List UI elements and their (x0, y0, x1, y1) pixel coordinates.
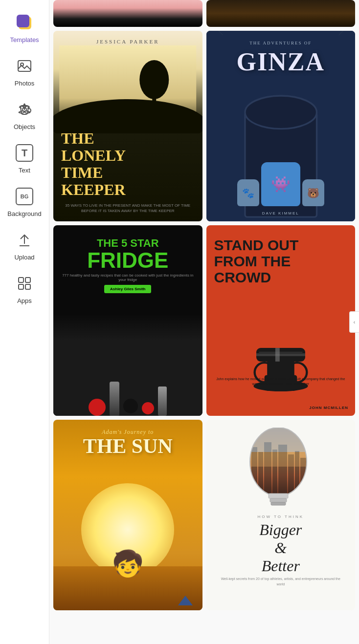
fridge-author-btn: Ashley Giles Smith (104, 285, 151, 293)
fridge-title-big: FRIDGE (87, 250, 168, 271)
sidebar-item-templates[interactable]: Templates (0, 5, 49, 48)
objects-icon (14, 99, 35, 120)
bulb-area (242, 428, 320, 511)
sidebar-label-apps: Apps (17, 297, 32, 304)
template-card-lonely[interactable]: JESSICA PARKER (53, 31, 202, 221)
svg-rect-26 (267, 359, 294, 378)
sidebar-item-upload[interactable]: Upload (0, 222, 49, 266)
svg-point-16 (139, 60, 169, 99)
template-card-fridge[interactable]: THE 5 STAR FRIDGE 777 healthy and tasty … (53, 225, 202, 416)
food-tomato-1 (89, 399, 106, 416)
lonely-card-bg: JESSICA PARKER (53, 31, 202, 221)
sidebar-label-templates: Templates (10, 36, 39, 43)
template-card-standout[interactable]: STAND OUTFROM THECROWD (206, 225, 356, 416)
lonely-title: THELONELYTIMEKEEPER (61, 130, 195, 199)
lonely-author: JESSICA PARKER (53, 39, 202, 44)
sidebar-item-text[interactable]: T Text (0, 135, 49, 179)
standout-tagline: John explains how he moved out from a cr… (213, 377, 349, 386)
sidebar-label-background: Background (7, 210, 41, 217)
sidebar-item-apps[interactable]: Apps (0, 266, 49, 309)
template-card-ginza[interactable]: THE ADVENTURES OF GINZA 🐾 👾 🐻 DAVE KIMME… (206, 31, 356, 221)
svg-rect-46 (242, 452, 315, 467)
svg-rect-10 (25, 278, 30, 282)
svg-rect-9 (19, 278, 23, 282)
template-grid: JESSICA PARKER (53, 31, 355, 610)
food-bottle (110, 382, 119, 416)
monster-main: 👾 (261, 162, 300, 206)
ginza-card-bg: THE ADVENTURES OF GINZA 🐾 👾 🐻 DAVE KIMME… (206, 31, 356, 221)
background-icon: BG (14, 186, 35, 207)
standout-author: JOHN MCMILLEN (309, 406, 348, 410)
bigger-how-to-think: HOW TO THINK (257, 515, 304, 519)
ginza-author: DAVE KIMMEL (262, 211, 299, 215)
svg-rect-18 (122, 113, 124, 118)
svg-rect-0 (18, 61, 31, 71)
ginza-label: THE ADVENTURES OF (249, 41, 312, 45)
sidebar-item-objects[interactable]: Objects (0, 92, 49, 135)
svg-rect-49 (270, 498, 287, 502)
apps-icon (14, 273, 35, 294)
standout-title: STAND OUTFROM THECROWD (214, 237, 348, 285)
fridge-subtitle: 777 healthy and tasty recipes that can b… (61, 273, 195, 282)
top-partial-row (53, 0, 355, 27)
child-figure: 🧒 (112, 551, 144, 576)
bigger-subtitle: Well-kept secrets from 20 of top athlete… (214, 577, 348, 587)
fridge-card-bg: THE 5 STAR FRIDGE 777 healthy and tasty … (53, 225, 202, 416)
svg-marker-33 (178, 596, 193, 605)
monster-left: 🐾 (237, 179, 259, 206)
main-content[interactable]: JESSICA PARKER (49, 0, 359, 644)
partial-card-right[interactable] (206, 0, 356, 27)
sidebar: Templates Photos (0, 0, 49, 644)
sidebar-item-photos[interactable]: Photos (0, 48, 49, 92)
sidebar-label-objects: Objects (14, 123, 35, 130)
text-icon: T (14, 142, 35, 164)
svg-rect-32 (256, 353, 305, 356)
templates-icon (14, 12, 35, 33)
sidebar-label-upload: Upload (14, 254, 34, 261)
sun-card-bg: Adam's Journey to THE SUN 🧒 (53, 420, 202, 610)
svg-rect-50 (271, 502, 286, 505)
food-bottle-2 (158, 386, 167, 416)
sidebar-label-photos: Photos (15, 80, 34, 87)
ginza-monster-area: 🐾 👾 🐻 (212, 76, 350, 211)
monster-right: 🐻 (302, 179, 324, 206)
svg-rect-48 (269, 494, 288, 498)
partial-card-left[interactable] (53, 0, 202, 27)
standout-card-bg: STAND OUTFROM THECROWD (206, 225, 356, 416)
food-item-dark (123, 399, 138, 413)
fridge-food-area (53, 308, 202, 416)
sidebar-label-text: Text (19, 167, 30, 174)
photos-icon (14, 55, 35, 77)
lonely-subtitle: 35 WAYS TO LIVE IN THE PRESENT AND MAKE … (61, 203, 195, 214)
collapse-button[interactable]: ‹ (349, 311, 359, 333)
sun-title: THE SUN (83, 436, 173, 456)
upload-icon (14, 229, 35, 251)
bigger-title: Bigger&Better (259, 521, 302, 575)
template-card-sun[interactable]: Adam's Journey to THE SUN 🧒 (53, 420, 202, 610)
svg-rect-11 (19, 284, 23, 289)
svg-rect-12 (25, 284, 30, 289)
bigger-card-bg: HOW TO THINK Bigger&Better Well-kept sec… (206, 420, 356, 610)
sidebar-item-background[interactable]: BG Background (0, 179, 49, 222)
svg-point-17 (121, 109, 125, 113)
template-card-bigger[interactable]: HOW TO THINK Bigger&Better Well-kept sec… (206, 420, 356, 610)
ginza-title: GINZA (237, 47, 325, 76)
food-tomato-2 (142, 402, 154, 414)
